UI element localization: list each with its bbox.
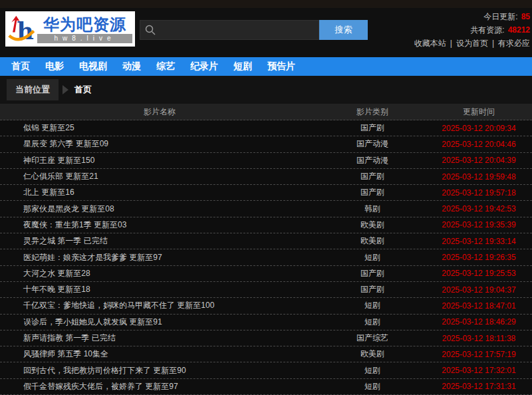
table-row[interactable]: 千亿双宝：爹地快追，妈咪的马甲藏不住了 更新至100 短剧 2025-03-12… — [0, 298, 532, 314]
nav-item[interactable]: 首页 — [11, 61, 30, 72]
stat-total-resources-label: 共有资源: — [470, 25, 504, 35]
search-icon — [145, 25, 156, 38]
table-row[interactable]: 星辰变 第六季 更新至09 国产动漫 2025-03-12 20:04:46 — [0, 136, 532, 152]
site-logo[interactable]: h 华为吧资源 hw8.live — [5, 11, 135, 47]
table-row[interactable]: 风骚律师 第五季 10集全 欧美剧 2025-03-12 17:57:19 — [0, 346, 532, 362]
table-row[interactable]: 医妃萌娃：娘亲这才是我爹爹 更新至97 短剧 2025-03-12 19:26:… — [0, 249, 532, 265]
logo-subtitle: hw8.live — [37, 34, 132, 43]
nav-item[interactable]: 电视剧 — [79, 61, 107, 72]
movie-category: 国产动漫 — [319, 155, 426, 166]
nav-item[interactable]: 短剧 — [233, 61, 252, 72]
stat-today-updates-label: 今日更新: — [483, 12, 517, 21]
movie-update-time: 2025-03-12 18:11:38 — [426, 334, 532, 343]
top-links: 收藏本站|设为首页|有求必应 — [414, 37, 530, 50]
movie-title[interactable]: 新声请指教 第一季 已完结 — [0, 332, 319, 344]
table-row[interactable]: 似锦 更新至25 国产剧 2025-03-12 20:09:34 — [0, 120, 532, 136]
search-button[interactable]: 搜索 — [319, 20, 368, 40]
movie-update-time: 2025-03-12 19:25:53 — [426, 269, 532, 278]
movie-title[interactable]: 夜魔侠：重生第1季 更新至03 — [0, 219, 319, 231]
movie-title[interactable]: 大河之水 更新至28 — [0, 268, 319, 279]
movie-update-time: 2025-03-12 18:46:29 — [426, 317, 532, 327]
column-header-category: 影片类别 — [319, 106, 426, 118]
stat-today-updates-value: 85 — [521, 12, 530, 21]
stat-total-resources: 共有资源:48212 — [414, 23, 530, 37]
table-row[interactable]: 误诊后，季小姐她见人就发疯 更新至91 短剧 2025-03-12 18:46:… — [0, 315, 532, 330]
movie-title[interactable]: 北上 更新至16 — [0, 187, 319, 198]
movie-title[interactable]: 神印王座 更新至150 — [0, 155, 319, 166]
movie-category: 国产动漫 — [319, 138, 426, 150]
movie-category: 国产剧 — [319, 187, 426, 198]
nav-item[interactable]: 预告片 — [267, 61, 295, 72]
movie-title[interactable]: 灵异之城 第一季 已完结 — [0, 235, 319, 247]
table-row[interactable]: 神印王座 更新至150 国产动漫 2025-03-12 20:04:39 — [0, 153, 532, 169]
movie-category: 国产剧 — [319, 171, 426, 182]
top-strip — [0, 0, 532, 8]
search-input[interactable] — [140, 20, 319, 40]
logo-icon: h — [8, 15, 37, 44]
movie-title[interactable]: 假千金替嫁残疾大佬后，被娇养了 更新至97 — [0, 381, 319, 392]
site-header: h 华为吧资源 hw8.live 搜索 今日更新:85 共有资源 — [0, 8, 532, 57]
movie-category: 短剧 — [319, 300, 426, 311]
search-bar: 搜索 — [140, 20, 368, 40]
movie-category: 短剧 — [319, 252, 426, 263]
link-set-homepage[interactable]: 设为首页 — [456, 39, 488, 48]
link-request-resource[interactable]: 有求必应 — [498, 39, 530, 48]
table-row[interactable]: 新声请指教 第一季 已完结 国产综艺 2025-03-12 18:11:38 — [0, 330, 532, 346]
movie-title[interactable]: 千亿双宝：爹地快追，妈咪的马甲藏不住了 更新至100 — [0, 300, 319, 311]
movie-update-time: 2025-03-12 19:42:53 — [426, 204, 532, 213]
nav-item[interactable]: 动漫 — [122, 61, 141, 72]
table-row[interactable]: 回到古代，我把教坊司价格打下来了 更新至90 短剧 2025-03-12 17:… — [0, 362, 532, 378]
movie-category: 欧美剧 — [319, 219, 426, 231]
movie-title[interactable]: 仁心俱乐部 更新至21 — [0, 171, 319, 182]
movie-update-time: 2025-03-12 17:57:19 — [426, 350, 532, 359]
movie-update-time: 2025-03-12 20:09:34 — [426, 124, 532, 133]
nav-item[interactable]: 电影 — [45, 61, 64, 72]
table-row[interactable]: 北上 更新至16 国产剧 2025-03-12 19:57:18 — [0, 185, 532, 201]
movie-category: 欧美剧 — [319, 348, 426, 360]
movie-title[interactable]: 那家伙是黑炎龙 更新至08 — [0, 203, 319, 215]
movie-update-time: 2025-03-12 20:04:39 — [426, 156, 532, 165]
link-separator: | — [450, 39, 452, 48]
column-header-update-time: 更新时间 — [426, 106, 532, 118]
breadcrumb-label: 当前位置 — [7, 79, 59, 100]
movie-title[interactable]: 风骚律师 第五季 10集全 — [0, 348, 319, 360]
breadcrumb: 当前位置 首页 — [0, 76, 532, 104]
table-header: 影片名称 影片类别 更新时间 — [0, 104, 532, 120]
movie-category: 欧美剧 — [319, 235, 426, 247]
link-separator: | — [492, 39, 494, 48]
breadcrumb-current-page[interactable]: 首页 — [74, 84, 92, 96]
table-row[interactable]: 假千金替嫁残疾大佬后，被娇养了 更新至97 短剧 2025-03-12 17:3… — [0, 379, 532, 395]
nav-item[interactable]: 综艺 — [156, 61, 175, 72]
movie-update-time: 2025-03-12 19:35:39 — [426, 220, 532, 229]
table-row[interactable]: 夜魔侠：重生第1季 更新至03 欧美剧 2025-03-12 19:35:39 — [0, 217, 532, 233]
movie-category: 国产剧 — [319, 268, 426, 279]
movie-title[interactable]: 十年不晚 更新至18 — [0, 284, 319, 295]
movie-title[interactable]: 似锦 更新至25 — [0, 122, 319, 134]
movie-category: 韩剧 — [319, 203, 426, 215]
table-row[interactable]: 十年不晚 更新至18 国产剧 2025-03-12 19:04:37 — [0, 282, 532, 298]
site-stats: 今日更新:85 共有资源:48212 收藏本站|设为首页|有求必应 — [414, 10, 530, 50]
movie-category: 国产剧 — [319, 284, 426, 295]
movie-category: 国产综艺 — [319, 332, 426, 344]
column-header-title: 影片名称 — [0, 106, 319, 118]
table-row[interactable]: 仁心俱乐部 更新至21 国产剧 2025-03-12 19:59:48 — [0, 169, 532, 185]
movie-title[interactable]: 星辰变 第六季 更新至09 — [0, 138, 319, 150]
movie-update-time: 2025-03-12 19:33:14 — [426, 237, 532, 246]
movie-update-time: 2025-03-12 20:04:46 — [426, 140, 532, 149]
table-row[interactable]: 灵异之城 第一季 已完结 欧美剧 2025-03-12 19:33:14 — [0, 233, 532, 249]
movie-update-time: 2025-03-12 18:47:01 — [426, 301, 532, 311]
table-row[interactable]: 那家伙是黑炎龙 更新至08 韩剧 2025-03-12 19:42:53 — [0, 201, 532, 217]
movie-title[interactable]: 医妃萌娃：娘亲这才是我爹爹 更新至97 — [0, 252, 319, 263]
movie-title[interactable]: 误诊后，季小姐她见人就发疯 更新至91 — [0, 317, 319, 328]
movie-title[interactable]: 回到古代，我把教坊司价格打下来了 更新至90 — [0, 365, 319, 376]
movie-category: 短剧 — [319, 317, 426, 328]
table-row[interactable]: 大河之水 更新至28 国产剧 2025-03-12 19:25:53 — [0, 266, 532, 282]
breadcrumb-arrow-icon — [63, 85, 68, 94]
main-nav: 首页 电影 电视剧 动漫 综艺 纪录片 短剧 预告片 — [0, 57, 532, 76]
movie-category: 国产剧 — [319, 122, 426, 134]
nav-item[interactable]: 纪录片 — [190, 61, 218, 72]
link-bookmark-site[interactable]: 收藏本站 — [414, 39, 446, 48]
stat-today-updates: 今日更新:85 — [414, 10, 530, 23]
movie-update-time: 2025-03-12 19:26:35 — [426, 253, 532, 262]
movie-category: 短剧 — [319, 381, 426, 392]
